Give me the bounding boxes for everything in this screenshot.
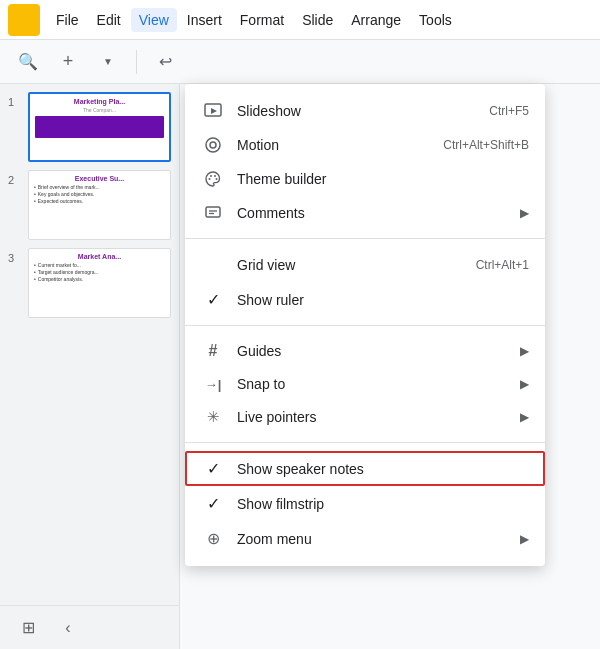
slide-2-title: Executive Su...: [34, 175, 165, 182]
menu-item-show-ruler[interactable]: ✓ Show ruler: [185, 282, 545, 317]
filmstrip-check-icon: ✓: [201, 494, 225, 513]
svg-marker-2: [211, 108, 217, 114]
dropdown-arrow-button[interactable]: ▼: [92, 46, 124, 78]
slide-thumb-3: 3 → Market Ana... •Current market fo... …: [8, 248, 171, 318]
svg-point-7: [214, 175, 216, 177]
dropdown-menu: Slideshow Ctrl+F5 Motion Ctrl+Alt+Shift+…: [185, 84, 545, 566]
add-icon: +: [63, 51, 74, 72]
slides-panel: 1 Marketing Pla... The Compan... 2 Execu…: [0, 84, 180, 649]
guides-icon: #: [201, 342, 225, 360]
menu-item-slideshow[interactable]: Slideshow Ctrl+F5: [185, 94, 545, 128]
zoom-menu-label: Zoom menu: [237, 531, 512, 547]
comments-arrow: ▶: [520, 206, 529, 220]
slide-thumb-2: 2 Executive Su... •Brief overview of the…: [8, 170, 171, 240]
chevron-left-icon: ‹: [65, 619, 70, 637]
grid-icon: ⊞: [22, 618, 35, 637]
menu-view[interactable]: View: [131, 8, 177, 32]
menu-edit[interactable]: Edit: [89, 8, 129, 32]
menu-item-motion[interactable]: Motion Ctrl+Alt+Shift+B: [185, 128, 545, 162]
slide-3-title: Market Ana...: [34, 253, 165, 260]
snap-to-label: Snap to: [237, 376, 512, 392]
undo-icon: ↩: [159, 52, 172, 71]
menu-tools[interactable]: Tools: [411, 8, 460, 32]
main-content: 1 Marketing Pla... The Compan... 2 Execu…: [0, 84, 600, 649]
menu-insert[interactable]: Insert: [179, 8, 230, 32]
slide-number-3: 3: [8, 248, 22, 264]
undo-button[interactable]: ↩: [149, 46, 181, 78]
live-pointers-icon: ✳: [201, 408, 225, 426]
slideshow-shortcut: Ctrl+F5: [489, 104, 529, 118]
slide-number-2: 2: [8, 170, 22, 186]
slide-preview-1[interactable]: Marketing Pla... The Compan...: [28, 92, 171, 162]
slide-1-purple-bar: [35, 116, 164, 138]
menu-item-show-speaker-notes[interactable]: ✓ Show speaker notes: [185, 451, 545, 486]
slide-2-bullet-3: •Expected outcomes.: [34, 198, 165, 205]
grid-view-shortcut: Ctrl+Alt+1: [476, 258, 529, 272]
menu-divider-1: [185, 238, 545, 239]
menu-section-2: ✓ Grid view Ctrl+Alt+1 ✓ Show ruler: [185, 243, 545, 321]
menu-item-live-pointers[interactable]: ✳ Live pointers ▶: [185, 400, 545, 434]
slideshow-icon: [201, 102, 225, 120]
menu-format[interactable]: Format: [232, 8, 292, 32]
svg-point-3: [206, 138, 220, 152]
menu-item-grid-view[interactable]: ✓ Grid view Ctrl+Alt+1: [185, 247, 545, 282]
zoom-icon: ⊕: [201, 529, 225, 548]
collapse-panel-button[interactable]: ‹: [52, 612, 84, 644]
menu-item-theme-builder[interactable]: Theme builder: [185, 162, 545, 196]
search-icon: 🔍: [18, 52, 38, 71]
svg-point-6: [210, 175, 212, 177]
slide-2-bullet-1: •Brief overview of the mark...: [34, 184, 165, 191]
live-pointers-label: Live pointers: [237, 409, 512, 425]
menu-section-3: # Guides ▶ →| Snap to ▶ ✳ Live pointers …: [185, 330, 545, 438]
slide-preview-2[interactable]: Executive Su... •Brief overview of the m…: [28, 170, 171, 240]
slide-2-bullet-2: •Key goals and objectives.: [34, 191, 165, 198]
menu-item-snap-to[interactable]: →| Snap to ▶: [185, 368, 545, 400]
slideshow-label: Slideshow: [237, 103, 489, 119]
slide-3-bullet-3: •Competitor analysis.: [34, 276, 165, 283]
menu-slide[interactable]: Slide: [294, 8, 341, 32]
search-button[interactable]: 🔍: [12, 46, 44, 78]
slide-thumb-1: 1 Marketing Pla... The Compan...: [8, 92, 171, 162]
show-filmstrip-label: Show filmstrip: [237, 496, 529, 512]
svg-point-8: [216, 178, 218, 180]
chevron-down-icon: ▼: [103, 56, 113, 67]
slide-3-bullet-2: •Target audience demogra...: [34, 269, 165, 276]
menu-item-zoom-menu[interactable]: ⊕ Zoom menu ▶: [185, 521, 545, 556]
show-speaker-notes-label: Show speaker notes: [237, 461, 529, 477]
bottom-bar: ⊞ ‹: [0, 605, 180, 649]
motion-label: Motion: [237, 137, 443, 153]
svg-rect-9: [206, 207, 220, 217]
comments-label: Comments: [237, 205, 512, 221]
svg-rect-0: [15, 11, 33, 29]
menu-item-show-filmstrip[interactable]: ✓ Show filmstrip: [185, 486, 545, 521]
grid-view-label: Grid view: [237, 257, 476, 273]
snap-to-icon: →|: [201, 377, 225, 392]
menu-item-comments[interactable]: Comments ▶: [185, 196, 545, 230]
slide-1-subtitle: The Compan...: [35, 107, 164, 113]
svg-point-5: [209, 178, 211, 180]
slide-number-1: 1: [8, 92, 22, 108]
toolbar-separator-1: [136, 50, 137, 74]
app-icon: [8, 4, 40, 36]
menu-divider-2: [185, 325, 545, 326]
menu-file[interactable]: File: [48, 8, 87, 32]
menu-arrange[interactable]: Arrange: [343, 8, 409, 32]
toolbar: 🔍 + ▼ ↩: [0, 40, 600, 84]
grid-view-button[interactable]: ⊞: [12, 612, 44, 644]
menu-item-guides[interactable]: # Guides ▶: [185, 334, 545, 368]
comments-icon: [201, 204, 225, 222]
zoom-menu-arrow: ▶: [520, 532, 529, 546]
motion-shortcut: Ctrl+Alt+Shift+B: [443, 138, 529, 152]
motion-icon: [201, 136, 225, 154]
guides-label: Guides: [237, 343, 512, 359]
guides-arrow: ▶: [520, 344, 529, 358]
slide-1-title: Marketing Pla...: [35, 98, 164, 105]
slide-preview-3[interactable]: → Market Ana... •Current market fo... •T…: [28, 248, 171, 318]
menu-bar: File Edit View Insert Format Slide Arran…: [0, 0, 600, 40]
svg-point-4: [210, 142, 216, 148]
menu-section-1: Slideshow Ctrl+F5 Motion Ctrl+Alt+Shift+…: [185, 90, 545, 234]
theme-builder-label: Theme builder: [237, 171, 529, 187]
add-button[interactable]: +: [52, 46, 84, 78]
slide-3-bullet-1: •Current market fo...: [34, 262, 165, 269]
snap-to-arrow: ▶: [520, 377, 529, 391]
